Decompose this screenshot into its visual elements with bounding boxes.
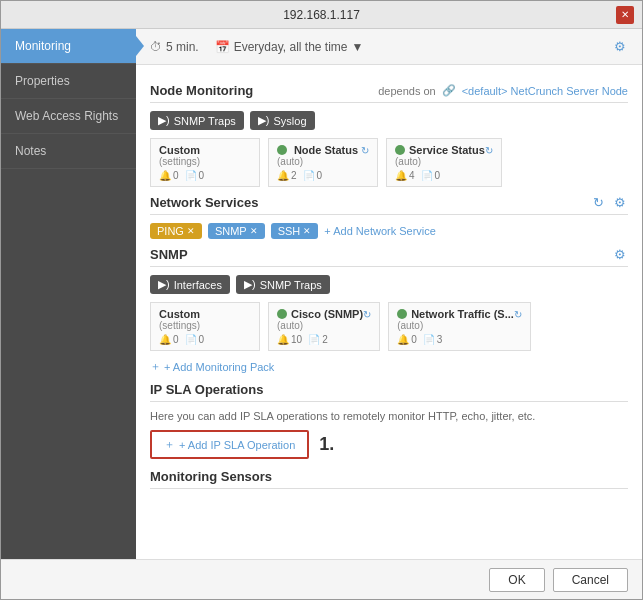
network-services-tags: PING ✕ SNMP ✕ SSH ✕ + Add Network Servic… <box>150 223 628 239</box>
node-status-title: Node Status <box>294 144 358 156</box>
interfaces-tag[interactable]: ▶) Interfaces <box>150 275 230 294</box>
content-area[interactable]: Node Monitoring depends on 🔗 <default> N… <box>136 65 642 559</box>
cisco-title: Cisco (SNMP) <box>291 308 363 320</box>
dialog-footer: OK Cancel <box>1 559 642 599</box>
snmp-traps2-arrow: ▶) <box>244 278 256 291</box>
add-monitoring-pack-link[interactable]: ＋ + Add Monitoring Pack <box>150 359 628 374</box>
dialog-title: 192.168.1.117 <box>27 8 616 22</box>
node-monitoring-cards: Custom (settings) 🔔0 📄0 Node Status <box>150 138 628 187</box>
cisco-refresh[interactable]: ↻ <box>363 309 371 320</box>
ping-tag[interactable]: PING ✕ <box>150 223 202 239</box>
dialog-body: Monitoring Properties Web Access Rights … <box>1 29 642 559</box>
snmp-traps-label: SNMP Traps <box>174 115 236 127</box>
ssh-tag[interactable]: SSH ✕ <box>271 223 319 239</box>
snmp-cards: Custom (settings) 🔔0 📄0 Cisco (SNMP) <box>150 302 628 351</box>
node-status-card[interactable]: Node Status ↻ (auto) 🔔2 📄0 <box>268 138 378 187</box>
snmp-traps-tag2[interactable]: ▶) SNMP Traps <box>236 275 330 294</box>
sidebar-item-web-access[interactable]: Web Access Rights <box>1 99 136 134</box>
syslog-label: Syslog <box>274 115 307 127</box>
syslog-tag[interactable]: ▶) Syslog <box>250 111 315 130</box>
bell-icon: 🔔 <box>159 334 171 345</box>
bell-icon: 🔔 <box>159 170 171 181</box>
interval-item: ⏱ 5 min. <box>150 40 199 54</box>
network-traffic-card[interactable]: Network Traffic (S... ↻ (auto) 🔔0 📄3 <box>388 302 531 351</box>
node-custom-sub: (settings) <box>159 156 251 167</box>
main-dialog: 192.168.1.117 ✕ Monitoring Properties We… <box>0 0 643 600</box>
sidebar: Monitoring Properties Web Access Rights … <box>1 29 136 559</box>
ip-sla-description: Here you can add IP SLA operations to re… <box>150 410 628 422</box>
cisco-snmp-card[interactable]: Cisco (SNMP) ↻ (auto) 🔔10 📄2 <box>268 302 380 351</box>
server-node-link[interactable]: <default> NetCrunch Server Node <box>462 85 628 97</box>
sidebar-item-notes[interactable]: Notes <box>1 134 136 169</box>
snmp-traps-arrow: ▶) <box>158 114 170 127</box>
snmp-header: SNMP ⚙ <box>150 247 628 267</box>
interfaces-label: Interfaces <box>174 279 222 291</box>
ip-sla-title: IP SLA Operations <box>150 382 263 397</box>
snmp-tag[interactable]: SNMP ✕ <box>208 223 265 239</box>
doc-icon: 📄 <box>185 170 197 181</box>
ping-remove-icon[interactable]: ✕ <box>187 226 195 236</box>
snmp-traps2-label: SNMP Traps <box>260 279 322 291</box>
add-sla-row: ＋ + Add IP SLA Operation 1. <box>150 430 628 459</box>
node-custom-title: Custom <box>159 144 200 156</box>
traffic-sub: (auto) <box>397 320 522 331</box>
network-services-actions: ↻ ⚙ <box>591 195 628 210</box>
network-services-title: Network Services <box>150 195 258 210</box>
traffic-stats: 🔔0 📄3 <box>397 334 522 345</box>
interfaces-arrow: ▶) <box>158 278 170 291</box>
schedule-dropdown-icon[interactable]: ▼ <box>352 40 364 54</box>
doc-icon: 📄 <box>308 334 320 345</box>
interval-value: 5 min. <box>166 40 199 54</box>
schedule-value: Everyday, all the time <box>234 40 348 54</box>
node-status-stats: 🔔2 📄0 <box>277 170 369 181</box>
ip-sla-header: IP SLA Operations <box>150 382 628 402</box>
add-sla-plus-icon: ＋ <box>164 437 175 452</box>
top-settings-button[interactable]: ⚙ <box>612 39 628 54</box>
network-refresh-button[interactable]: ↻ <box>591 195 606 210</box>
node-monitoring-tags: ▶) SNMP Traps ▶) Syslog <box>150 111 628 130</box>
add-network-service-link[interactable]: + Add Network Service <box>324 223 436 239</box>
main-content: ⏱ 5 min. 📅 Everyday, all the time ▼ ⚙ No… <box>136 29 642 559</box>
add-pack-icon: ＋ <box>150 359 161 374</box>
schedule-item: 📅 Everyday, all the time ▼ <box>215 40 364 54</box>
depends-on-label: depends on <box>378 85 436 97</box>
snmp-custom-stats: 🔔0 📄0 <box>159 334 251 345</box>
service-status-title: Service Status <box>409 144 485 156</box>
traffic-refresh[interactable]: ↻ <box>514 309 522 320</box>
cancel-button[interactable]: Cancel <box>553 568 628 592</box>
doc-icon: 📄 <box>185 334 197 345</box>
link-icon: 🔗 <box>442 84 456 97</box>
bell-icon: 🔔 <box>277 170 289 181</box>
snmp-remove-icon[interactable]: ✕ <box>250 226 258 236</box>
snmp-traps-tag[interactable]: ▶) SNMP Traps <box>150 111 244 130</box>
service-status-refresh[interactable]: ↻ <box>485 145 493 156</box>
snmp-tags: ▶) Interfaces ▶) SNMP Traps <box>150 275 628 294</box>
add-ip-sla-button[interactable]: ＋ + Add IP SLA Operation <box>150 430 309 459</box>
top-bar: ⏱ 5 min. 📅 Everyday, all the time ▼ ⚙ <box>136 29 642 65</box>
cisco-sub: (auto) <box>277 320 371 331</box>
snmp-custom-card[interactable]: Custom (settings) 🔔0 📄0 <box>150 302 260 351</box>
snmp-title: SNMP <box>150 247 188 262</box>
ok-button[interactable]: OK <box>489 568 544 592</box>
sidebar-item-monitoring[interactable]: Monitoring <box>1 29 136 64</box>
network-settings-button[interactable]: ⚙ <box>612 195 628 210</box>
syslog-arrow: ▶) <box>258 114 270 127</box>
service-status-sub: (auto) <box>395 156 493 167</box>
traffic-title: Network Traffic (S... <box>411 308 514 320</box>
sidebar-item-properties[interactable]: Properties <box>1 64 136 99</box>
node-custom-card[interactable]: Custom (settings) 🔔0 📄0 <box>150 138 260 187</box>
node-status-dot <box>277 145 287 155</box>
snmp-custom-title: Custom <box>159 308 200 320</box>
close-button[interactable]: ✕ <box>616 6 634 24</box>
service-status-stats: 🔔4 📄0 <box>395 170 493 181</box>
service-status-card[interactable]: Service Status ↻ (auto) 🔔4 📄0 <box>386 138 502 187</box>
snmp-settings-button[interactable]: ⚙ <box>612 247 628 262</box>
doc-icon: 📄 <box>421 170 433 181</box>
ssh-remove-icon[interactable]: ✕ <box>303 226 311 236</box>
node-monitoring-meta: depends on 🔗 <default> NetCrunch Server … <box>378 84 628 97</box>
schedule-icon: 📅 <box>215 40 230 54</box>
doc-icon: 📄 <box>303 170 315 181</box>
node-monitoring-title: Node Monitoring <box>150 83 253 98</box>
node-status-refresh[interactable]: ↻ <box>361 145 369 156</box>
add-network-label: + Add Network Service <box>324 225 436 237</box>
